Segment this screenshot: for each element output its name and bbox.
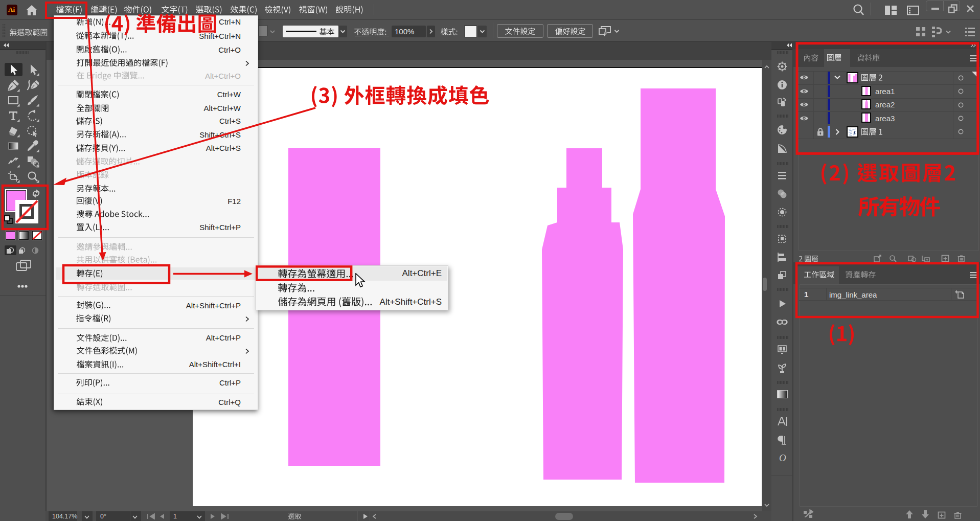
svg-text:O: O xyxy=(779,452,786,463)
